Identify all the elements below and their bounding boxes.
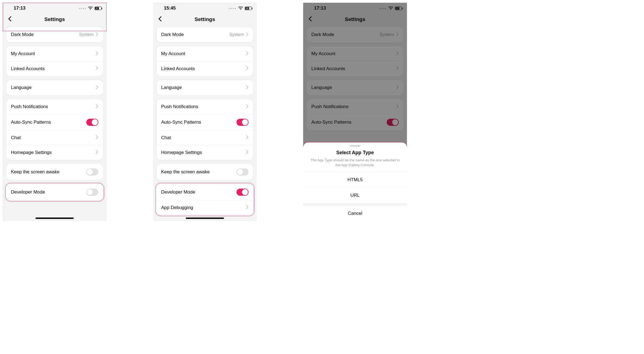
home-indicator[interactable]	[36, 218, 74, 219]
toggle-knob	[92, 119, 98, 125]
back-button[interactable]	[158, 16, 162, 23]
row-label: Push Notifications	[11, 104, 48, 109]
toggle-knob	[237, 169, 243, 175]
settings-section: Dark ModeSystem	[7, 27, 103, 42]
back-button[interactable]	[8, 16, 11, 23]
row-right	[96, 66, 98, 72]
settings-row[interactable]: Keep the screen awake	[157, 164, 253, 180]
chevron-right-icon	[246, 104, 249, 110]
row-label: My Account	[11, 51, 35, 56]
row-label: App Debugging	[161, 205, 193, 210]
row-label: Homepage Settings	[161, 150, 202, 155]
settings-row[interactable]: Developer Mode	[7, 184, 103, 200]
signal-dots-icon: ●●●●	[229, 7, 237, 10]
row-label: Dark Mode	[161, 32, 184, 37]
battery-icon: 27	[94, 7, 102, 10]
settings-section: Push NotificationsAuto-Sync PatternsChat…	[7, 99, 103, 160]
chevron-right-icon	[96, 150, 98, 155]
settings-section: My AccountLinked Accounts	[7, 46, 103, 76]
settings-row[interactable]: Homepage Settings	[157, 145, 253, 160]
chevron-right-icon	[96, 51, 98, 57]
chevron-right-icon	[246, 51, 249, 57]
row-right	[237, 119, 249, 126]
status-bar: 17:13●●●●27	[3, 3, 107, 13]
row-right	[237, 189, 249, 196]
row-label: Homepage Settings	[11, 150, 52, 155]
settings-row[interactable]: Dark ModeSystem	[157, 27, 253, 42]
row-label: Developer Mode	[161, 189, 195, 195]
row-label: Language	[11, 85, 32, 90]
wifi-icon	[88, 7, 93, 10]
status-time: 17:13	[14, 5, 25, 11]
row-right	[86, 189, 98, 196]
sheet-option[interactable]: HTML5	[303, 172, 407, 188]
row-right: System	[229, 32, 249, 38]
toggle-switch[interactable]	[86, 189, 98, 196]
phone-screen-2: 17:13●●●●27SettingsDark ModeSystemMy Acc…	[303, 3, 407, 221]
status-right: ●●●●33	[229, 7, 252, 10]
chevron-right-icon	[96, 104, 98, 110]
row-label: Dark Mode	[11, 32, 34, 37]
settings-row[interactable]: Push Notifications	[157, 99, 253, 114]
settings-row[interactable]: Chat	[7, 130, 103, 145]
settings-row[interactable]: Dark ModeSystem	[7, 27, 103, 42]
row-right	[96, 104, 98, 110]
row-right	[96, 150, 98, 155]
settings-section: My AccountLinked Accounts	[157, 46, 253, 76]
toggle-switch[interactable]	[237, 168, 249, 175]
settings-row[interactable]: Language	[157, 80, 253, 95]
settings-row[interactable]: My Account	[157, 46, 253, 61]
settings-row[interactable]: Developer Mode	[157, 184, 253, 200]
settings-row[interactable]: Auto-Sync Patterns	[7, 114, 103, 130]
chevron-right-icon	[96, 135, 98, 141]
row-right	[246, 150, 249, 155]
toggle-switch[interactable]	[86, 119, 98, 126]
battery-level: 33	[245, 7, 249, 10]
sheet-title: Select App Type	[303, 150, 407, 156]
nav-bar: Settings	[3, 13, 107, 27]
settings-row[interactable]: App Debugging	[157, 200, 253, 215]
settings-row[interactable]: Push Notifications	[7, 99, 103, 114]
chevron-right-icon	[246, 66, 249, 72]
settings-section: Developer ModeApp Debugging	[157, 184, 253, 215]
settings-row[interactable]: Language	[7, 80, 103, 95]
row-right	[246, 51, 249, 57]
row-label: Language	[161, 85, 182, 90]
settings-row[interactable]: Chat	[157, 130, 253, 145]
settings-section: Dark ModeSystem	[157, 27, 253, 42]
phone-screen-1: 15:45●●●●33SettingsDark ModeSystemMy Acc…	[153, 3, 257, 221]
sheet-handle[interactable]	[350, 145, 361, 147]
chevron-right-icon	[96, 32, 98, 38]
settings-row[interactable]: Homepage Settings	[7, 145, 103, 160]
sheet-cancel-button[interactable]: Cancel	[303, 203, 407, 221]
row-right	[246, 104, 249, 110]
chevron-right-icon	[96, 85, 98, 91]
chevron-right-icon	[96, 66, 98, 72]
home-indicator[interactable]	[186, 218, 224, 219]
settings-row[interactable]: Auto-Sync Patterns	[157, 114, 253, 130]
row-right	[237, 168, 249, 175]
chevron-right-icon	[246, 32, 249, 38]
row-right	[246, 135, 249, 141]
toggle-knob	[242, 119, 248, 125]
row-label: Chat	[11, 135, 21, 141]
battery-level: 27	[95, 7, 99, 10]
settings-section: Push NotificationsAuto-Sync PatternsChat…	[157, 99, 253, 160]
wifi-icon	[238, 7, 243, 10]
toggle-switch[interactable]	[237, 189, 249, 196]
toggle-switch[interactable]	[237, 119, 249, 126]
row-right: System	[79, 32, 98, 38]
status-bar: 15:45●●●●33	[153, 3, 257, 13]
settings-row[interactable]: Linked Accounts	[7, 61, 103, 76]
settings-row[interactable]: Keep the screen awake	[7, 164, 103, 180]
row-label: Linked Accounts	[11, 66, 45, 72]
settings-section: Developer Mode	[7, 184, 103, 200]
page-title: Settings	[158, 16, 252, 22]
toggle-knob	[87, 169, 93, 175]
settings-row[interactable]: My Account	[7, 46, 103, 61]
toggle-switch[interactable]	[86, 168, 98, 175]
status-time: 15:45	[164, 5, 176, 11]
sheet-option[interactable]: URL	[303, 188, 407, 203]
page-title: Settings	[8, 16, 102, 22]
settings-row[interactable]: Linked Accounts	[157, 61, 253, 76]
